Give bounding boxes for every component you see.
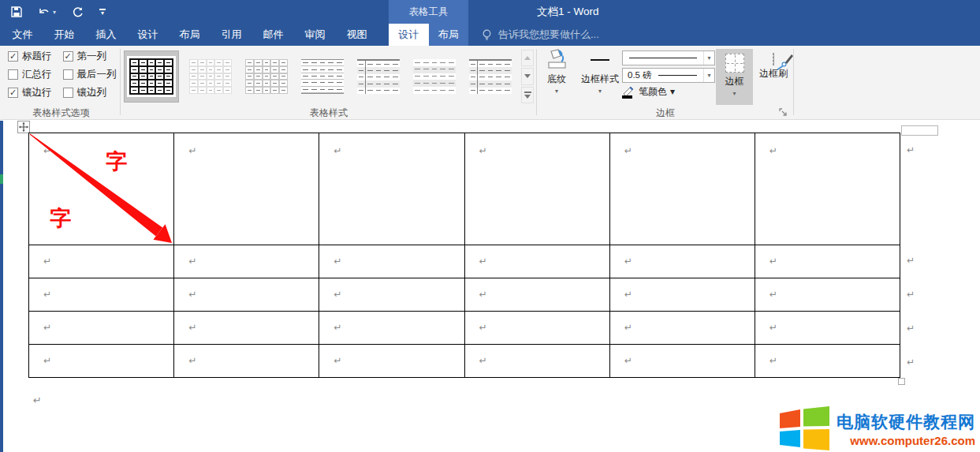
checkbox-icon[interactable]: ✓ [8,88,18,98]
table-cell-r4-c3[interactable]: ↵ [465,345,610,378]
table-cell-r1-c4[interactable]: ↵ [610,245,755,278]
table-cell-r0-c1[interactable]: ↵ [174,133,319,245]
contextual-tab-0[interactable]: 设计 [389,24,429,46]
checkbox-icon[interactable] [8,69,18,80]
style-option-1-2[interactable]: 镶边列 [63,87,117,99]
style-option-1-0[interactable]: ✓第一列 [63,50,117,62]
table-cell-r3-c3[interactable]: ↵ [465,312,610,345]
table-cell-r2-c4[interactable]: ↵ [610,278,755,312]
table-cell-r2-c5[interactable]: ↵ [755,278,900,312]
menu-tab-3[interactable]: 设计 [127,24,169,46]
menu-tab-6[interactable]: 邮件 [252,24,294,46]
tell-me-box[interactable]: 告诉我您想要做什么... [482,24,599,46]
table-style-grid-table[interactable] [124,50,179,103]
checkbox-label: 第一列 [77,50,107,63]
menu-tab-1[interactable]: 开始 [43,24,85,46]
ruler-column-marker [901,125,938,136]
undo-dropdown-icon[interactable]: ▾ [53,9,56,16]
group-label-table-styles: 表格样式 [124,106,534,120]
menu-tab-2[interactable]: 插入 [85,24,127,46]
checkbox-icon[interactable] [63,69,73,80]
table-cell-r1-c1[interactable]: ↵ [174,245,319,278]
table-cell-r2-c1[interactable]: ↵ [174,278,319,312]
border-painter-button[interactable]: 边框刷 [755,49,792,80]
document-canvas[interactable]: ↵↵↵↵↵↵↵↵↵↵↵↵↵↵↵↵↵↵↵↵↵↵↵↵↵↵↵↵↵↵ 字 字 ↵ 电脑软… [0,121,980,452]
line-style-combo[interactable]: ▾ [622,50,715,65]
shading-button[interactable]: 底纹 ▾ [539,49,574,95]
pen-color-button[interactable]: 笔颜色 ▾ [622,84,675,99]
save-icon[interactable] [11,6,22,17]
style-option-0-2[interactable]: ✓镶边行 [8,87,52,99]
table-cell-r3-c2[interactable]: ↵ [319,312,464,345]
table-cell-r3-c0[interactable]: ↵ [29,312,174,345]
table-cell-r0-c5[interactable]: ↵ [755,133,900,245]
checkbox-icon[interactable] [63,88,73,98]
table-row: ↵↵↵↵↵↵ [29,345,900,378]
gallery-scroll-down-button[interactable] [521,68,534,84]
site-url: www.computer26.com [850,434,975,447]
borders-button[interactable]: 边框 ▾ [716,49,753,105]
windows-flag-logo [780,406,830,451]
table-style-thumbnail [301,59,344,94]
end-of-cell-mark: ↵ [333,256,341,266]
menu-tab-8[interactable]: 视图 [336,24,378,46]
table-style-plain-table-gray[interactable] [242,53,291,100]
table-resize-handle[interactable] [898,378,905,385]
table-cell-r1-c2[interactable]: ↵ [319,245,464,278]
redo-icon[interactable] [72,6,84,18]
table-cell-r4-c4[interactable]: ↵ [610,345,755,378]
pen-color-icon [622,85,635,99]
table-style-horizontal-lines-table[interactable] [298,53,347,100]
checkbox-icon[interactable]: ✓ [8,51,18,62]
tell-me-placeholder: 告诉我您想要做什么... [498,28,599,42]
table-cell-r1-c3[interactable]: ↵ [465,245,610,278]
menu-tab-7[interactable]: 审阅 [294,24,336,46]
table-style-list-table-vertical-line[interactable] [354,53,403,100]
window-title: 文档1 - Word [537,0,599,24]
table-move-handle[interactable] [17,121,30,133]
table-style-plain-table-light[interactable] [186,53,235,100]
menu-tab-4[interactable]: 布局 [169,24,211,46]
contextual-tab-1[interactable]: 布局 [429,24,469,46]
style-option-0-1[interactable]: 汇总行 [8,69,52,80]
table-cell-r2-c0[interactable]: ↵ [29,278,174,312]
undo-icon[interactable]: ▾ [38,6,56,17]
gallery-more-button[interactable] [521,87,534,103]
table-cell-r4-c1[interactable]: ↵ [174,345,319,378]
table-cell-r0-c4[interactable]: ↵ [610,133,755,245]
table-cell-r3-c1[interactable]: ↵ [174,312,319,345]
table-cell-r0-c2[interactable]: ↵ [319,133,464,245]
table-cell-r0-c3[interactable]: ↵ [465,133,610,245]
table-cell-r4-c5[interactable]: ↵ [755,345,900,378]
style-option-1-1[interactable]: 最后一列 [63,69,117,80]
table-style-list-table-vertical-line-2[interactable] [466,53,515,100]
style-option-0-0[interactable]: ✓标题行 [8,50,52,62]
end-of-cell-mark: ↵ [624,323,632,332]
table-cell-r3-c5[interactable]: ↵ [755,312,900,345]
table-cell-r0-c0[interactable]: ↵ [29,133,174,245]
table-cell-r1-c0[interactable]: ↵ [29,245,174,278]
border-style-line-icon [591,59,609,61]
gallery-scroll-up-button[interactable] [521,50,534,66]
table-cell-r1-c5[interactable]: ↵ [755,245,900,278]
borders-dialog-launcher-icon[interactable] [779,108,788,118]
table-style-thumbnail [245,59,288,94]
menu-tab-0[interactable]: 文件 [2,24,43,46]
table-cell-r2-c2[interactable]: ↵ [319,278,464,312]
checkbox-icon[interactable]: ✓ [63,51,73,62]
border-styles-button[interactable]: 边框样式 ▾ [579,49,620,95]
table-cell-r3-c4[interactable]: ↵ [610,312,755,345]
table-cell-r4-c0[interactable]: ↵ [29,345,174,378]
menu-tab-5[interactable]: 引用 [211,24,252,46]
doc-table[interactable]: ↵↵↵↵↵↵↵↵↵↵↵↵↵↵↵↵↵↵↵↵↵↵↵↵↵↵↵↵↵↵ [28,133,900,378]
table-cell-r4-c2[interactable]: ↵ [319,345,464,378]
pen-color-label: 笔颜色 [639,85,667,99]
end-of-row-mark: ↵ [907,357,915,367]
customize-quick-access-icon[interactable]: ▾ [99,9,106,15]
checkbox-label: 标题行 [22,50,52,63]
end-of-cell-mark: ↵ [188,290,196,299]
table-style-banded-rows-table[interactable] [410,53,459,100]
line-weight-combo[interactable]: 0.5 磅 ▾ [622,68,715,83]
table-cell-r2-c3[interactable]: ↵ [465,278,610,312]
group-label-borders: 边框 [539,106,792,120]
